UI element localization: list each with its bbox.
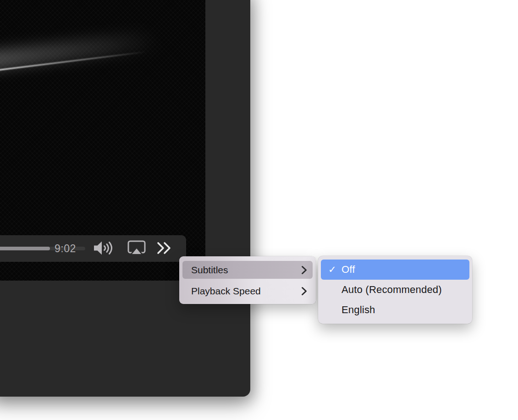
chevron-right-icon [301, 287, 307, 296]
submenu-item-off[interactable]: ✓ Off [321, 260, 469, 280]
elapsed-time: 9:02 [55, 235, 76, 262]
menu-item-label: Subtitles [191, 265, 301, 276]
playback-context-menu: Subtitles Playback Speed [179, 256, 316, 304]
skip-forward-button[interactable] [156, 235, 172, 262]
airplay-icon [127, 240, 146, 258]
chevron-right-icon [301, 265, 307, 275]
double-chevron-right-icon [156, 241, 172, 256]
menu-item-playback-speed[interactable]: Playback Speed [182, 282, 313, 300]
volume-button[interactable] [92, 235, 115, 262]
checkmark-icon: ✓ [328, 264, 342, 275]
speaker-icon [93, 240, 114, 258]
menu-item-label: Off [342, 264, 464, 276]
submenu-item-english[interactable]: English [321, 300, 469, 320]
airplay-button[interactable] [127, 235, 147, 262]
menu-item-label: Auto (Recommended) [342, 284, 464, 296]
menu-item-subtitles[interactable]: Subtitles [182, 261, 313, 279]
playback-controls-bar: 9:02 [0, 235, 186, 262]
menu-item-label: Playback Speed [191, 286, 301, 297]
seek-bar-fill [0, 247, 50, 250]
menu-item-label: English [342, 304, 464, 316]
submenu-item-auto[interactable]: Auto (Recommended) [321, 280, 469, 300]
subtitles-submenu: ✓ Off Auto (Recommended) English [318, 256, 472, 324]
video-player-window: 9:02 [0, 0, 250, 397]
